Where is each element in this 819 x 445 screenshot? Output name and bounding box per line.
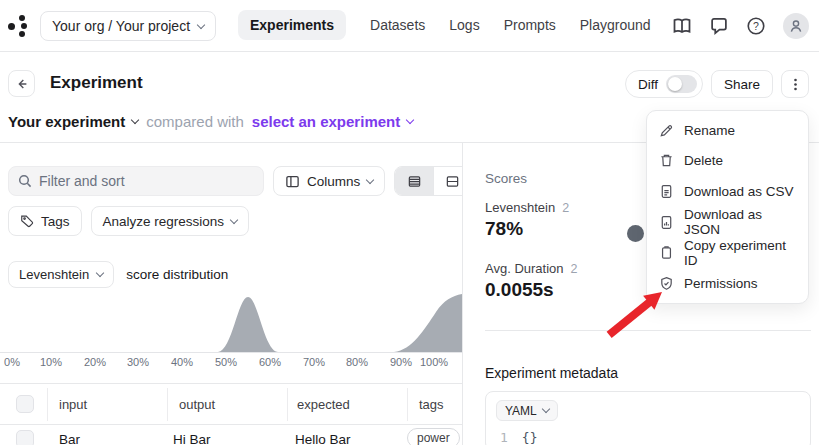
list-view-icon [407, 174, 422, 189]
x-tick: 30% [127, 356, 149, 368]
pencil-icon [659, 123, 674, 138]
menu-item-rename[interactable]: Rename [647, 115, 808, 146]
table-row[interactable]: Bar Hi Bar Hello Bar power [0, 425, 462, 445]
org-project-selector[interactable]: Your org / Your project [40, 11, 216, 41]
feedback-chat-icon[interactable] [709, 16, 729, 36]
menu-item-label: Download as JSON [684, 207, 796, 237]
metric-name-label: Avg. Duration [485, 261, 564, 276]
menu-item-download-json[interactable]: Download as JSON [647, 207, 808, 238]
help-icon[interactable]: ? [746, 16, 766, 36]
menu-item-label: Delete [684, 153, 723, 168]
comparison-selector-label: select an experiment [252, 113, 400, 130]
chevron-down-icon [96, 269, 104, 277]
x-tick: 40% [171, 356, 193, 368]
analyze-regressions-label: Analyze regressions [103, 214, 225, 229]
column-separator [287, 388, 288, 421]
list-view-button[interactable] [395, 167, 433, 195]
tag-badge: power [407, 428, 460, 445]
menu-item-permissions[interactable]: Permissions [647, 268, 808, 299]
metric-name-label: Levenshtein [485, 200, 555, 215]
toggle-switch-icon [666, 75, 697, 93]
menu-item-delete[interactable]: Delete [647, 146, 808, 177]
code-line[interactable]: 1{} [500, 430, 537, 445]
menu-item-copy-experiment-id[interactable]: Copy experiment ID [647, 237, 808, 268]
comparison-bar: Your experiment compared with select an … [8, 113, 413, 130]
x-tick: 70% [303, 356, 325, 368]
tags-button-label: Tags [41, 214, 70, 229]
x-tick: 10% [40, 356, 62, 368]
diff-toggle[interactable]: Diff [625, 70, 703, 98]
filter-actions-row: Tags Analyze regressions [8, 206, 249, 236]
menu-item-label: Download as CSV [684, 184, 794, 199]
analyze-regressions-button[interactable]: Analyze regressions [91, 206, 250, 236]
tab-prompts[interactable]: Prompts [504, 10, 556, 40]
header-actions: Diff Share [625, 70, 809, 98]
filter-input[interactable] [8, 166, 264, 196]
metric-selector[interactable]: Levenshtein [8, 261, 114, 288]
column-separator [167, 388, 168, 421]
tab-datasets[interactable]: Datasets [370, 10, 425, 40]
x-tick: 60% [259, 356, 281, 368]
comparison-experiment-selector[interactable]: select an experiment [252, 113, 413, 130]
more-options-button[interactable] [781, 70, 809, 98]
select-all-checkbox[interactable] [16, 395, 34, 413]
x-tick: 20% [84, 356, 106, 368]
tab-logs[interactable]: Logs [449, 10, 479, 40]
app-root: Your org / Your project Experiments Data… [0, 0, 819, 445]
distribution-header: Levenshtein score distribution [8, 261, 228, 288]
menu-item-label: Rename [684, 123, 735, 138]
metric-count: 2 [571, 262, 578, 276]
search-icon [17, 173, 33, 189]
brand-logo-icon [8, 14, 34, 40]
share-button[interactable]: Share [711, 70, 773, 98]
chart-x-axis [0, 352, 462, 353]
chevron-down-icon [197, 20, 205, 28]
base-experiment-selector[interactable]: Your experiment [8, 113, 138, 130]
tab-experiments[interactable]: Experiments [238, 10, 346, 40]
user-avatar[interactable] [783, 13, 809, 39]
column-header-input[interactable]: input [59, 397, 87, 412]
chevron-down-icon [131, 116, 139, 124]
file-csv-icon [659, 184, 674, 199]
distribution-caption: score distribution [126, 267, 228, 282]
metadata-section-title: Experiment metadata [485, 365, 618, 381]
metadata-editor: YAML 1{} [485, 391, 811, 445]
table-header-row: input output expected tags [0, 384, 462, 425]
experiment-context-menu: Rename Delete Download as CSV Download a… [646, 110, 809, 304]
base-experiment-label: Your experiment [8, 113, 125, 130]
cell-expected: Hello Bar [295, 432, 351, 445]
kebab-menu-icon [788, 77, 803, 92]
org-project-label: Your org / Your project [52, 18, 190, 34]
top-navigation: Your org / Your project Experiments Data… [0, 0, 819, 52]
tab-playground[interactable]: Playground [580, 10, 651, 40]
column-header-output[interactable]: output [179, 397, 215, 412]
row-checkbox[interactable] [16, 430, 34, 445]
tags-button[interactable]: Tags [8, 206, 82, 236]
cell-output: Hi Bar [173, 432, 211, 445]
metric-count: 2 [562, 201, 569, 215]
menu-item-download-csv[interactable]: Download as CSV [647, 176, 808, 207]
format-selector[interactable]: YAML [496, 400, 558, 421]
docs-book-icon[interactable] [672, 16, 692, 36]
results-toolbar: Columns [8, 166, 462, 196]
columns-button-label: Columns [307, 174, 360, 189]
svg-text:?: ? [753, 20, 759, 32]
metric-selector-label: Levenshtein [19, 267, 89, 282]
shield-check-icon [659, 276, 674, 291]
clipboard-icon [659, 245, 674, 260]
file-json-icon [659, 215, 674, 230]
x-tick: 50% [215, 356, 237, 368]
x-tick: 90% [390, 356, 412, 368]
columns-button[interactable]: Columns [273, 166, 385, 196]
column-header-expected[interactable]: expected [297, 397, 350, 412]
back-button[interactable] [8, 70, 35, 97]
column-header-tags[interactable]: tags [419, 397, 444, 412]
menu-item-label: Copy experiment ID [684, 238, 796, 268]
view-toggle-group [394, 166, 462, 196]
split-view-button[interactable] [433, 167, 462, 195]
score-metric-name: Avg. Duration2 [485, 261, 577, 276]
menu-item-label: Permissions [684, 276, 758, 291]
results-panel: Columns Tags Analyze regressions [0, 143, 462, 445]
chevron-down-icon [406, 116, 414, 124]
code-content: {} [522, 430, 538, 445]
